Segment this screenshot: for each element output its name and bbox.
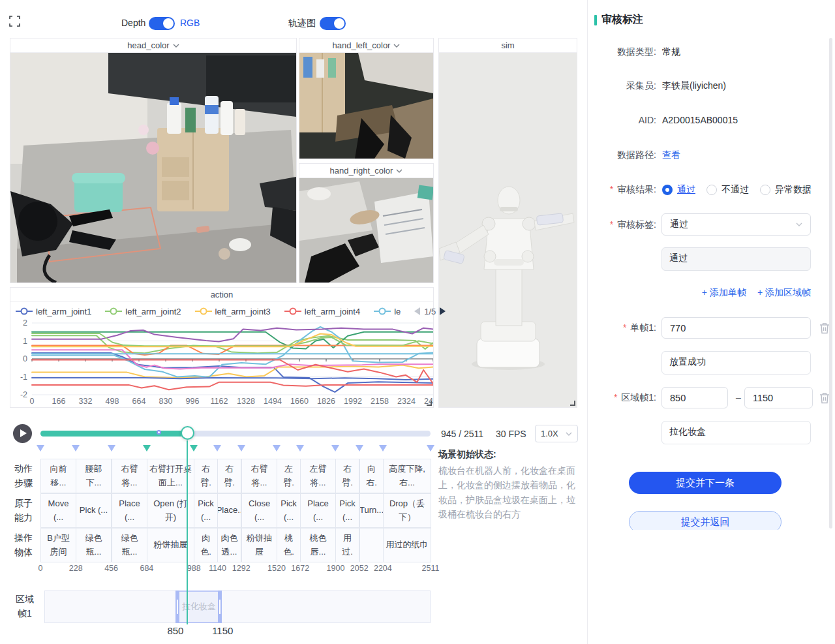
table-cell[interactable]: Pick (... [194,493,218,528]
timeline-marker[interactable] [356,445,363,452]
radio-abnormal[interactable] [760,185,770,195]
table-cell[interactable]: B户型房间 [40,528,76,562]
table-cell[interactable]: 用过. [335,528,359,562]
table-cell[interactable]: 向右. [359,459,384,493]
resize-handle-icon[interactable] [427,401,432,406]
table-cell[interactable]: Drop（丢下） [383,493,431,528]
speed-select[interactable]: 1.0X [535,425,578,442]
table-cell[interactable]: Place (... [112,493,147,528]
segment-left-handle[interactable] [175,590,179,623]
radio-abnormal-label[interactable]: 异常数据 [775,184,812,196]
legend-item-left_arm_joint2[interactable]: left_arm_joint2 [105,307,181,316]
table-cell[interactable]: 桃色唇... [300,528,336,562]
table-cell[interactable]: 右臂. [194,459,218,493]
table-cell[interactable]: Pick (... [76,493,112,528]
view-data-path-link[interactable]: 查看 [662,149,680,161]
legend-item-left_arm_joint3[interactable]: left_arm_joint3 [195,307,271,316]
radio-fail-label[interactable]: 不通过 [721,184,749,196]
table-cell[interactable]: Pick (... [335,493,359,528]
review-tag-note[interactable]: 通过 [661,247,811,271]
legend-marker-icon [16,307,33,315]
region-start-input[interactable] [661,387,728,408]
timeline-marker[interactable] [213,445,221,452]
timeline-marker[interactable] [108,445,115,452]
panel-scroll-area: 审核标注 数据类型: 常规 采集员: 李轶晨(liyichen) AID: A2… [588,0,835,530]
table-cell[interactable]: 左臂. [277,459,301,493]
svg-text:1826: 1826 [317,397,335,406]
rgb-label: RGB [180,18,200,28]
hand-left-camera-header[interactable]: hand_left_color [299,38,433,53]
svg-text:-2: -2 [20,390,27,399]
table-cell[interactable]: Turn... [359,493,384,528]
timeline-marker[interactable] [237,445,245,452]
legend-item-left_arm_joint4[interactable]: left_arm_joint4 [284,307,360,316]
legend-item-le[interactable]: le [374,307,401,316]
table-cell[interactable]: 用过的纸巾 [383,528,431,562]
delete-single-frame-icon[interactable] [819,322,830,334]
fullscreen-icon[interactable] [9,16,20,27]
required-asterisk: * [610,219,613,230]
slider-progress [40,431,187,437]
title-accent-bar [594,15,597,25]
table-cell[interactable]: 右臂. [217,459,241,493]
timeline-marker[interactable] [37,445,44,452]
legend-item-left_arm_joint1[interactable]: left_arm_joint1 [16,307,91,316]
trajectory-toggle[interactable] [320,17,346,30]
slider-handle[interactable] [181,426,194,440]
panel-scrollbar[interactable] [829,38,832,529]
table-cell[interactable] [359,528,384,562]
timeline-marker[interactable] [331,445,339,452]
head-camera-header[interactable]: head_color [10,38,296,53]
timeline-marker[interactable] [296,445,304,452]
region-frame-label: * 区域帧1: [588,392,656,404]
add-single-frame-link[interactable]: + 添加单帧 [702,287,746,299]
table-cell[interactable]: 右臂将... [112,459,147,493]
hand-right-camera-header[interactable]: hand_right_color [299,164,433,178]
submit-return-button[interactable]: 提交并返回 [629,511,782,530]
table-cell[interactable]: 肉色透... [217,528,241,562]
table-cell[interactable]: 高度下降, 右... [383,459,431,493]
region-end-input[interactable] [744,387,813,408]
legend-next-icon[interactable] [440,307,446,315]
table-cell[interactable]: Pick (... [277,493,301,528]
add-region-frame-link[interactable]: + 添加区域帧 [757,287,811,299]
region-frame-note[interactable]: 拉化妆盒 [661,421,811,444]
table-cell[interactable]: 腰部下... [76,459,112,493]
timeline-marker[interactable] [143,445,151,452]
timeline-slider[interactable] [40,431,431,437]
table-cell[interactable]: 右臂将... [241,459,277,493]
radio-fail[interactable] [706,185,717,195]
single-frame-input[interactable] [661,317,811,339]
timeline-marker[interactable] [72,445,80,452]
resize-handle-icon[interactable] [570,401,575,406]
timeline-marker[interactable] [190,445,198,452]
table-cell[interactable]: Move (... [40,493,76,528]
table-cell[interactable]: Close (... [241,493,277,528]
radio-pass-label[interactable]: 通过 [677,184,695,196]
play-button[interactable] [13,424,32,443]
chart-legend: left_arm_joint1left_arm_joint2left_arm_j… [16,305,429,318]
table-cell[interactable]: 右臂. [335,459,359,493]
table-cell[interactable]: 肉色. [194,528,218,562]
submit-next-button[interactable]: 提交并下一条 [629,472,782,494]
table-cell[interactable]: 粉饼抽屉 [241,528,277,562]
region-track-bar[interactable]: 拉化妆盒 [44,590,431,623]
table-cell[interactable]: 绿色瓶... [112,528,147,562]
review-tag-select[interactable]: 通过 [661,213,811,236]
table-cell[interactable]: 左臂将... [300,459,336,493]
region-segment[interactable]: 拉化妆盒 [175,590,222,623]
segment-right-handle[interactable] [218,590,222,623]
single-frame-note[interactable]: 放置成功 [661,351,811,375]
table-cell[interactable]: 桃色. [277,528,301,562]
table-cell[interactable]: 绿色瓶... [76,528,112,562]
timeline-marker[interactable] [379,445,387,452]
delete-region-frame-icon[interactable] [819,392,830,404]
table-cell[interactable]: Place (... [300,493,336,528]
table-cell[interactable]: Place.. [217,493,241,528]
radio-pass[interactable] [662,185,673,195]
timeline-marker[interactable] [427,445,434,452]
legend-prev-icon[interactable] [414,307,420,315]
depth-rgb-toggle[interactable] [149,17,175,30]
table-cell[interactable]: 向前移... [40,459,76,493]
timeline-marker[interactable] [273,445,281,452]
